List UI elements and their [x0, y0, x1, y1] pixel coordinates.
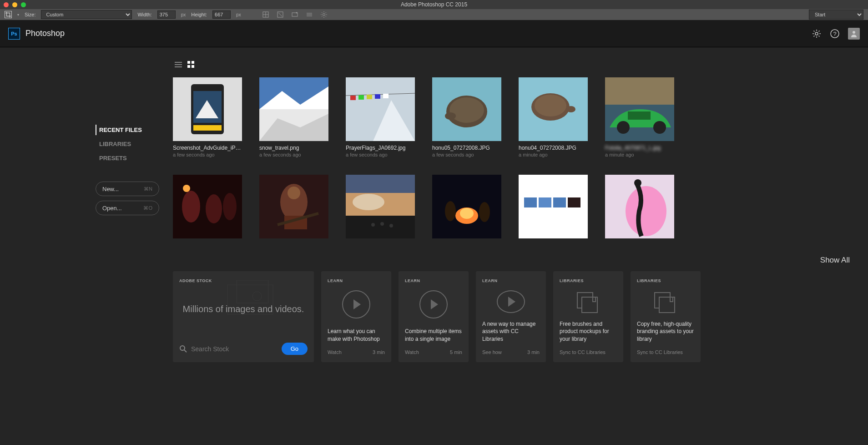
app-name: Photoshop: [25, 29, 65, 38]
gear-icon[interactable]: [319, 10, 328, 19]
svg-point-56: [183, 185, 190, 192]
svg-point-68: [389, 224, 393, 228]
svg-rect-83: [237, 280, 268, 303]
file-thumbnail: [346, 175, 415, 238]
file-time: a few seconds ago: [346, 152, 415, 157]
svg-line-4: [278, 13, 282, 16]
grid-view-icon[interactable]: [187, 61, 195, 68]
card-footer-duration: 3 min: [527, 349, 540, 355]
width-input[interactable]: [157, 10, 176, 19]
file-card[interactable]: [173, 175, 242, 242]
size-select[interactable]: Custom: [41, 10, 132, 19]
file-thumbnail: [519, 175, 588, 238]
file-card[interactable]: Fotolia_4070871_L.jpga minute ago: [605, 77, 674, 157]
height-label: Height:: [191, 12, 207, 17]
workspace-select[interactable]: Start: [809, 10, 863, 20]
card-description: Copy free, high-quality branding assets …: [637, 320, 694, 343]
width-label: Width:: [137, 12, 151, 17]
nav-item-libraries[interactable]: LIBRARIES: [96, 139, 135, 149]
svg-point-81: [634, 179, 641, 187]
file-thumbnail: [346, 77, 415, 141]
svg-point-85: [180, 346, 185, 350]
card-category: LIBRARIES: [560, 278, 617, 283]
svg-rect-19: [192, 61, 194, 64]
maximize-window-button[interactable]: [21, 2, 26, 7]
library-icon: [654, 292, 677, 313]
file-card[interactable]: [605, 175, 674, 242]
svg-point-80: [626, 186, 666, 236]
go-button[interactable]: Go: [282, 343, 308, 355]
file-card[interactable]: honu04_07272008.JPGa minute ago: [519, 77, 588, 157]
crop-tool-icon[interactable]: [5, 11, 12, 18]
file-name: honu05_07272008.JPG: [432, 145, 501, 151]
file-card[interactable]: [519, 175, 588, 242]
svg-rect-21: [192, 65, 194, 68]
file-card[interactable]: [259, 175, 328, 242]
svg-point-6: [296, 12, 297, 14]
svg-rect-38: [383, 94, 389, 98]
svg-rect-18: [187, 61, 190, 64]
user-avatar[interactable]: [848, 28, 860, 40]
height-input[interactable]: [212, 10, 231, 19]
file-card[interactable]: snow_travel.pnga few seconds ago: [259, 77, 328, 157]
svg-rect-82: [227, 285, 273, 314]
sidebar: RECENT FILESLIBRARIESPRESETS New... ⌘N O…: [0, 47, 173, 445]
minimize-window-button[interactable]: [12, 2, 17, 7]
app-header: Ps Photoshop ?: [0, 20, 868, 47]
card-description: Free brushes and product mockups for you…: [560, 320, 617, 343]
svg-point-54: [206, 194, 222, 223]
nav-item-presets[interactable]: PRESETS: [96, 153, 131, 163]
library-card[interactable]: LIBRARIES Free brushes and product mocku…: [553, 271, 623, 362]
crop-delete-icon[interactable]: [276, 10, 285, 19]
svg-point-71: [460, 208, 474, 219]
learn-card[interactable]: LEARN Learn what you can make with Photo…: [321, 271, 391, 362]
new-button[interactable]: New... ⌘N: [96, 182, 159, 196]
learn-card[interactable]: LEARN A new way to manage assets with CC…: [476, 271, 546, 362]
file-name: PrayerFlags_JA0692.jpg: [346, 145, 415, 151]
size-label: Size:: [25, 12, 35, 17]
play-icon: [419, 290, 448, 319]
file-thumbnail: [432, 175, 501, 238]
library-card[interactable]: LIBRARIES Copy free, high-quality brandi…: [631, 271, 701, 362]
learn-card[interactable]: LEARN Combine multiple items into a sing…: [399, 271, 469, 362]
crop-straighten-icon[interactable]: [290, 10, 299, 19]
show-all-link[interactable]: Show All: [173, 256, 850, 265]
file-thumbnail: [605, 77, 674, 141]
open-button[interactable]: Open... ⌘O: [96, 201, 159, 215]
file-card[interactable]: PrayerFlags_JA0692.jpga few seconds ago: [346, 77, 415, 157]
svg-rect-75: [524, 197, 537, 207]
file-card[interactable]: honu05_07272008.JPGa few seconds ago: [432, 77, 501, 157]
card-footer-duration: 3 min: [373, 349, 385, 355]
play-icon: [497, 290, 525, 313]
width-unit: px: [181, 12, 186, 17]
card-category: LEARN: [405, 278, 462, 283]
crop-settings-icon[interactable]: [305, 10, 314, 19]
open-shortcut: ⌘O: [143, 205, 152, 211]
svg-rect-64: [346, 216, 415, 238]
file-name: Screenshot_AdvGuide_iPho...: [173, 145, 242, 151]
card-footer-duration: 5 min: [450, 349, 462, 355]
svg-line-86: [184, 350, 187, 352]
crop-overlay-icon[interactable]: [261, 10, 270, 19]
close-window-button[interactable]: [4, 2, 9, 7]
file-card[interactable]: [432, 175, 501, 242]
svg-rect-76: [539, 197, 551, 207]
list-view-icon[interactable]: [175, 61, 182, 68]
file-card[interactable]: [346, 175, 415, 242]
play-icon: [342, 290, 370, 319]
file-time: a few seconds ago: [173, 152, 242, 157]
stock-search-input[interactable]: [191, 345, 282, 353]
card-description: A new way to manage assets with CC Libra…: [482, 320, 540, 343]
nav-item-recent-files[interactable]: RECENT FILES: [96, 125, 146, 135]
help-icon[interactable]: ?: [830, 29, 840, 39]
file-name: honu04_07272008.JPG: [519, 145, 588, 151]
svg-rect-34: [350, 96, 356, 100]
settings-gear-icon[interactable]: [812, 29, 822, 39]
svg-point-66: [371, 223, 375, 227]
chevron-down-icon[interactable]: ▾: [17, 13, 19, 17]
svg-point-53: [182, 191, 200, 222]
card-footer-action: Watch: [328, 349, 342, 355]
file-card[interactable]: Screenshot_AdvGuide_iPho...a few seconds…: [173, 77, 242, 157]
new-shortcut: ⌘N: [144, 186, 152, 192]
card-footer-action: Sync to CC Libraries: [560, 349, 606, 355]
